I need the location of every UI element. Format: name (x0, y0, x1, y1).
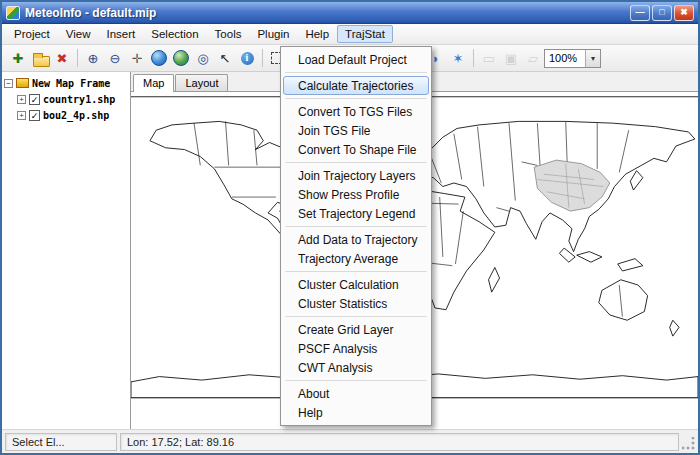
map-frame-node[interactable]: − New Map Frame (4, 75, 128, 91)
remove-layer-icon[interactable]: ✖ (52, 48, 72, 68)
zoom-dropdown-icon[interactable]: ▾ (585, 50, 600, 67)
full-extent-icon[interactable] (171, 48, 191, 68)
zoom-in-icon[interactable]: ⊕ (83, 48, 103, 68)
menuitem-cwt-analysis[interactable]: CWT Analysis (283, 358, 429, 377)
layer-list: +✓country1.shp+✓bou2_4p.shp (4, 91, 128, 123)
continent-north-america (150, 121, 290, 235)
titlebar[interactable]: MeteoInfo - default.mip — □ ✖ (2, 2, 698, 24)
toolbar-icons: ✚✖⊕⊖✛◎↖▾✐●◗✶▭▣▱ (7, 48, 544, 68)
menu-separator (285, 316, 427, 317)
edit-vertices-icon: ▣ (501, 48, 521, 68)
layer-label: country1.shp (43, 94, 115, 105)
menuitem-add-data-to-trajectory[interactable]: Add Data to Trajectory (283, 230, 429, 249)
app-window: MeteoInfo - default.mip — □ ✖ ProjectVie… (0, 0, 700, 455)
menu-insert[interactable]: Insert (99, 25, 144, 43)
menuitem-join-tgs-file[interactable]: Join TGS File (283, 121, 429, 140)
layer-checkbox[interactable]: ✓ (29, 94, 40, 105)
layer-checkbox[interactable]: ✓ (29, 110, 40, 121)
menuitem-join-trajectory-layers[interactable]: Join Trajectory Layers (283, 166, 429, 185)
layer-node-bou2-4p-shp[interactable]: +✓bou2_4p.shp (4, 107, 128, 123)
menu-separator (285, 72, 427, 73)
close-button[interactable]: ✖ (674, 5, 694, 21)
menuitem-calculate-trajectories[interactable]: Calculate Trajectories (283, 76, 429, 95)
menu-separator (285, 162, 427, 163)
menuitem-load-default-project[interactable]: Load Default Project (283, 50, 429, 69)
select-arrow-icon[interactable]: ↖ (215, 48, 235, 68)
toolbar-separator (77, 49, 78, 67)
menuitem-convert-to-shape-file[interactable]: Convert To Shape File (283, 140, 429, 159)
menu-separator (285, 271, 427, 272)
zoom-out-icon[interactable]: ⊖ (105, 48, 125, 68)
menu-help[interactable]: Help (297, 25, 337, 43)
zoom-value: 100% (545, 52, 585, 64)
tab-map[interactable]: Map (133, 74, 174, 92)
menu-separator (285, 98, 427, 99)
statusbar: Select El... Lon: 17.52; Lat: 89.16 (2, 429, 698, 453)
minimize-button[interactable]: — (630, 5, 650, 21)
map-frame-icon (16, 78, 29, 88)
globe-icon[interactable] (149, 48, 169, 68)
pan-icon[interactable]: ✛ (127, 48, 147, 68)
trajstat-menu: Load Default ProjectCalculate Trajectori… (280, 46, 432, 426)
zoom-to-layer-icon[interactable]: ◎ (193, 48, 213, 68)
menu-tools[interactable]: Tools (207, 25, 250, 43)
zoom-combo[interactable]: 100% ▾ (544, 49, 601, 68)
expand-icon[interactable]: + (17, 95, 26, 104)
identify-icon[interactable] (237, 48, 257, 68)
menu-plugin[interactable]: Plugin (249, 25, 297, 43)
menuitem-pscf-analysis[interactable]: PSCF Analysis (283, 339, 429, 358)
window-controls: — □ ✖ (628, 5, 694, 21)
map-frame-label: New Map Frame (32, 78, 110, 89)
open-file-icon[interactable] (30, 48, 50, 68)
menu-trajstat[interactable]: TrajStat (337, 25, 393, 43)
menuitem-convert-to-tgs-files[interactable]: Convert To TGS Files (283, 102, 429, 121)
menuitem-help[interactable]: Help (283, 403, 429, 422)
toolbar-separator (262, 49, 263, 67)
collapse-icon[interactable]: − (4, 79, 13, 88)
menu-project[interactable]: Project (6, 25, 58, 43)
menuitem-cluster-statistics[interactable]: Cluster Statistics (283, 294, 429, 313)
menu-view[interactable]: View (58, 25, 99, 43)
edit-start-icon: ▭ (479, 48, 499, 68)
menuitem-cluster-calculation[interactable]: Cluster Calculation (283, 275, 429, 294)
menu-separator (285, 226, 427, 227)
add-layer-icon[interactable]: ✚ (8, 48, 28, 68)
continent-australia (599, 280, 648, 320)
toolbar-separator (473, 49, 474, 67)
new-polygon-icon[interactable]: ✶ (448, 48, 468, 68)
menuitem-about[interactable]: About (283, 384, 429, 403)
menuitem-trajectory-average[interactable]: Trajectory Average (283, 249, 429, 268)
legend-panel: − New Map Frame +✓country1.shp+✓bou2_4p.… (2, 72, 131, 429)
resize-grip[interactable] (682, 437, 696, 451)
menu-separator (285, 380, 427, 381)
menuitem-create-grid-layer[interactable]: Create Grid Layer (283, 320, 429, 339)
menubar: ProjectViewInsertSelectionToolsPluginHel… (2, 24, 698, 45)
expand-icon[interactable]: + (17, 111, 26, 120)
app-icon (6, 6, 20, 20)
menuitem-show-press-profile[interactable]: Show Press Profile (283, 185, 429, 204)
window-title: MeteoInfo - default.mip (25, 6, 628, 20)
menuitem-set-trajectory-legend[interactable]: Set Trajectory Legend (283, 204, 429, 223)
maximize-button[interactable]: □ (652, 5, 672, 21)
tab-layout[interactable]: Layout (175, 74, 228, 91)
edit-feature-icon: ▱ (523, 48, 543, 68)
layer-node-country1-shp[interactable]: +✓country1.shp (4, 91, 128, 107)
status-coordinates: Lon: 17.52; Lat: 89.16 (120, 433, 679, 451)
menu-selection[interactable]: Selection (143, 25, 206, 43)
layer-label: bou2_4p.shp (43, 110, 109, 121)
status-tool: Select El... (5, 433, 117, 451)
